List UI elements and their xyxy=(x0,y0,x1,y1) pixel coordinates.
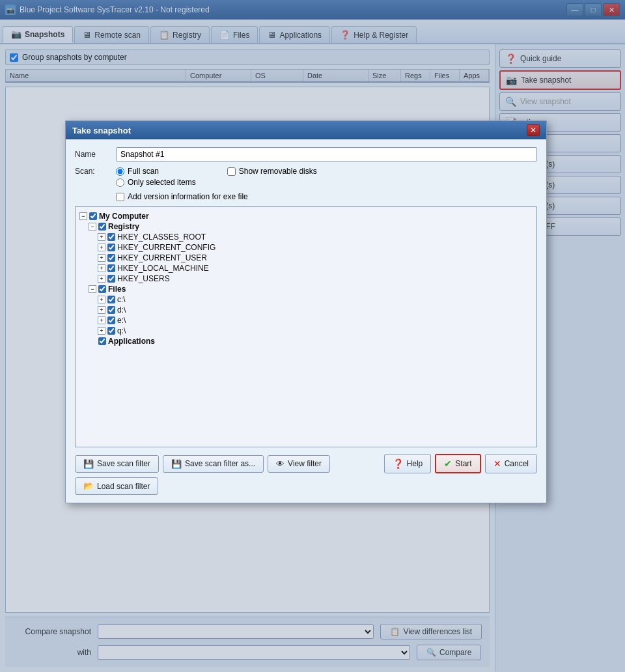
only-selected-radio[interactable] xyxy=(116,178,124,187)
start-icon: ✔ xyxy=(444,458,452,469)
check-hkcu[interactable] xyxy=(107,254,115,262)
tree-node-q-drive[interactable]: + q:\ xyxy=(98,326,533,336)
tree-node-d-drive[interactable]: + d:\ xyxy=(98,305,533,315)
start-label: Start xyxy=(455,459,471,468)
label-hku: HKEY_USERS xyxy=(117,274,170,283)
add-version-checkbox[interactable] xyxy=(116,193,124,201)
view-filter-button[interactable]: 👁 View filter xyxy=(268,455,330,473)
label-files: Files xyxy=(108,285,126,294)
expand-e-drive[interactable]: + xyxy=(98,316,105,324)
save-filter-label: Save scan filter xyxy=(97,459,150,468)
load-filter-row: 📂 Load scan filter xyxy=(75,477,537,495)
tree-node-registry[interactable]: − Registry xyxy=(89,221,533,232)
modal-bottom-left: 💾 Save scan filter 💾 Save scan filter as… xyxy=(75,455,330,473)
save-filter-as-label: Save scan filter as... xyxy=(185,459,255,468)
label-hklm: HKEY_LOCAL_MACHINE xyxy=(117,264,209,273)
expand-files[interactable]: − xyxy=(89,285,96,293)
tree-node-hku[interactable]: + HKEY_USERS xyxy=(98,273,533,284)
label-d-drive: d:\ xyxy=(117,305,126,315)
tree-node-hkcu[interactable]: + HKEY_CURRENT_USER xyxy=(98,253,533,263)
check-hkcc[interactable] xyxy=(107,244,115,251)
check-q-drive[interactable] xyxy=(107,327,115,335)
modal-title: Take snapshot xyxy=(72,126,131,135)
check-hklm[interactable] xyxy=(107,264,115,272)
start-button[interactable]: ✔ Start xyxy=(435,454,480,473)
name-row: Name xyxy=(75,147,537,161)
check-applications[interactable] xyxy=(98,337,106,345)
check-hku[interactable] xyxy=(107,275,115,283)
check-e-drive[interactable] xyxy=(107,316,115,324)
scan-label: Scan: xyxy=(75,167,111,176)
tree-node-files[interactable]: − Files xyxy=(89,284,533,294)
show-removable-checkbox[interactable] xyxy=(227,167,236,176)
check-d-drive[interactable] xyxy=(107,306,115,314)
save-filter-as-icon: 💾 xyxy=(171,459,182,469)
scan-row: Scan: Full scan Only selected items Show… xyxy=(75,167,537,187)
check-files[interactable] xyxy=(98,285,106,293)
snapshot-name-input[interactable] xyxy=(116,147,537,161)
view-filter-label: View filter xyxy=(288,459,322,468)
cancel-button[interactable]: ✕ Cancel xyxy=(485,454,537,473)
check-my-computer[interactable] xyxy=(89,212,97,220)
expand-q-drive[interactable]: + xyxy=(98,327,105,335)
modal-body: Name Scan: Full scan Only selected items xyxy=(66,139,546,503)
add-version-row: Add version information for exe file xyxy=(116,192,537,201)
label-e-drive: e:\ xyxy=(117,316,126,325)
tree-node-hklm[interactable]: + HKEY_LOCAL_MACHINE xyxy=(98,263,533,273)
cancel-icon: ✕ xyxy=(493,458,501,469)
tree-node-hkcc[interactable]: + HKEY_CURRENT_CONFIG xyxy=(98,242,533,253)
modal-bottom-right: ❓ Help ✔ Start ✕ Cancel xyxy=(384,454,537,473)
modal-close-button[interactable]: ✕ xyxy=(527,124,540,136)
help-icon: ❓ xyxy=(393,458,404,469)
expand-hkcr[interactable]: + xyxy=(98,233,105,241)
tree-node-c-drive[interactable]: + c:\ xyxy=(98,294,533,305)
scan-tree[interactable]: − My Computer − Registry + HKEY_CLASSES_… xyxy=(75,206,537,447)
expand-d-drive[interactable]: + xyxy=(98,306,105,314)
tree-node-hkcr[interactable]: + HKEY_CLASSES_ROOT xyxy=(98,232,533,242)
save-scan-filter-as-button[interactable]: 💾 Save scan filter as... xyxy=(163,455,264,473)
full-scan-option: Full scan xyxy=(116,167,196,176)
load-scan-filter-button[interactable]: 📂 Load scan filter xyxy=(75,477,158,495)
check-hkcr[interactable] xyxy=(107,233,115,241)
expand-registry[interactable]: − xyxy=(89,223,96,231)
take-snapshot-modal: Take snapshot ✕ Name Scan: Full scan xyxy=(65,120,547,503)
expand-hkcc[interactable]: + xyxy=(98,244,105,251)
full-scan-label: Full scan xyxy=(128,167,159,176)
expand-my-computer[interactable]: − xyxy=(79,212,87,220)
expand-hkcu[interactable]: + xyxy=(98,254,105,262)
modal-help-button[interactable]: ❓ Help xyxy=(384,454,432,473)
label-my-computer: My Computer xyxy=(99,212,149,221)
tree-node-e-drive[interactable]: + e:\ xyxy=(98,315,533,326)
help-label: Help xyxy=(407,459,423,468)
expand-hku[interactable]: + xyxy=(98,275,105,283)
load-filter-label: Load scan filter xyxy=(97,482,150,491)
label-hkcc: HKEY_CURRENT_CONFIG xyxy=(117,243,215,252)
label-q-drive: q:\ xyxy=(117,326,126,335)
tree-node-applications[interactable]: Applications xyxy=(89,336,533,346)
modal-overlay: Take snapshot ✕ Name Scan: Full scan xyxy=(0,0,625,672)
save-filter-icon: 💾 xyxy=(83,459,94,469)
load-filter-icon: 📂 xyxy=(83,481,94,491)
check-c-drive[interactable] xyxy=(107,296,115,303)
expand-c-drive[interactable]: + xyxy=(98,296,105,303)
label-registry: Registry xyxy=(108,222,139,231)
full-scan-radio[interactable] xyxy=(116,167,124,176)
name-label: Name xyxy=(75,150,111,159)
modal-title-bar: Take snapshot ✕ xyxy=(66,121,546,139)
add-version-label: Add version information for exe file xyxy=(128,192,248,201)
view-filter-icon: 👁 xyxy=(276,459,285,469)
check-registry[interactable] xyxy=(98,223,106,231)
only-selected-label: Only selected items xyxy=(128,178,196,187)
label-hkcu: HKEY_CURRENT_USER xyxy=(117,253,207,262)
save-scan-filter-button[interactable]: 💾 Save scan filter xyxy=(75,455,159,473)
tree-node-my-computer[interactable]: − My Computer xyxy=(79,211,533,221)
modal-bottom: 💾 Save scan filter 💾 Save scan filter as… xyxy=(75,454,537,473)
label-applications: Applications xyxy=(108,337,155,346)
label-hkcr: HKEY_CLASSES_ROOT xyxy=(117,232,206,242)
show-removable-label: Show removable disks xyxy=(239,167,317,176)
only-selected-option: Only selected items xyxy=(116,178,196,187)
cancel-label: Cancel xyxy=(505,459,529,468)
label-c-drive: c:\ xyxy=(117,295,126,304)
expand-hklm[interactable]: + xyxy=(98,264,105,272)
